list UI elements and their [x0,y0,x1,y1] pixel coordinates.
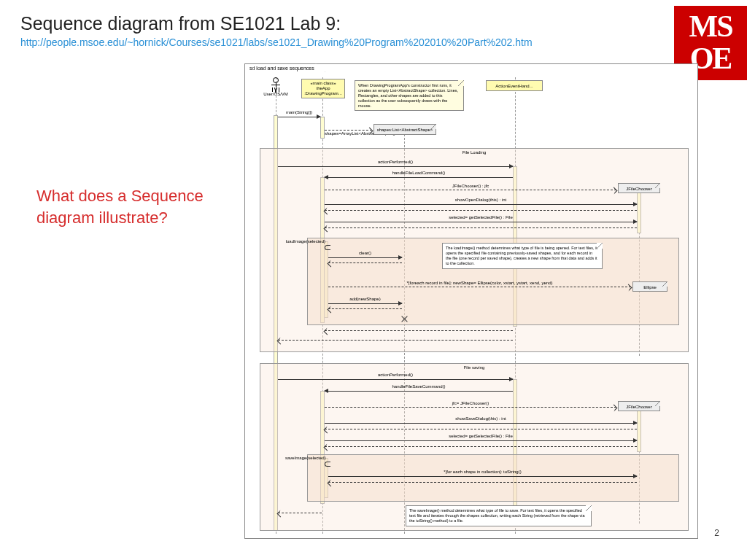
obj-jfc2: JFileChooser [618,401,660,411]
msg-label: clear() [328,251,402,255]
msg-label: actionPerformed() [278,373,513,377]
destroy-x1 [401,316,408,322]
participant-theapp: «main class» theApp :DrawingProgram... [301,79,345,98]
msg-ret1 [325,210,637,211]
frame-title: File saving [260,365,688,370]
msg-showopen: showOpenDialog(this) : int [325,204,637,205]
obj-shapes: shapes:List<AbstractShape> [374,124,436,135]
msg-label: actionPerformed() [278,160,513,164]
callout-question: What does a Sequence diagram illustrate? [36,185,226,228]
msg-ret9 [328,482,637,483]
msg-clear: clear() [328,257,402,258]
msg-label: main(String[]) [278,110,320,114]
msg-label: jfc= JFileChooser() [325,401,616,405]
msg-label: saveImage(selected) [285,456,325,460]
subframe-saveimage [307,454,679,502]
msg-ret6 [278,340,513,341]
msg-label: loadImage(selected) [285,239,325,244]
msg-self-loadimage: loadImage(selected) [325,245,330,250]
actor-icon: User/OS/VM [260,77,292,96]
msg-label: *[for each shape in collection]: toStrin… [328,470,637,474]
logo-top: MS [674,10,747,42]
frame-title: File Loading [260,150,688,155]
msg-ret8 [325,446,637,447]
note-saveimage: The saveImage() method determines what t… [406,505,592,526]
msg-label: selected= getSelectedFile() : File [325,215,637,219]
obj-jfc: JFileChooser [618,183,660,193]
msg-label: selected= getSelectedFile() : File [325,434,637,438]
msg-showsave: showSaveDialog(this) : int [325,423,637,424]
obj-name: theApp [304,86,342,91]
participant-handler: ActionEventHand... [486,80,543,91]
msg-label: JFileChooser() : jfc [325,184,616,188]
msg-getselected: selected= getSelectedFile() : File [325,222,637,222]
source-url[interactable]: http://people.msoe.edu/~hornick/Courses/… [20,36,533,48]
msg-handleload: handleFileLoadCommand() [325,177,513,178]
msg-ret10 [278,513,322,513]
stereotype: «main class» [304,81,342,86]
note-constructor: When DrawingProgramApp's constructor fir… [355,80,464,111]
msg-ret7 [325,429,637,429]
msg-create-jfc: JFileChooser() : jfc [325,190,616,190]
obj-class: :DrawingProgram... [304,91,342,96]
diagram-tab: sd load and save sequences [244,63,325,72]
msg-ret4 [328,308,402,309]
msg-ret2 [325,228,637,228]
msg-label: shapes=ArrayList<AbstractShape>() [325,131,372,136]
msg-ret3 [328,262,402,263]
msg-ret5 [325,330,513,331]
msg-actionperformed2: actionPerformed() [278,379,513,380]
msg-label: showSaveDialog(this) : int [325,416,637,421]
msg-create-ellipse: *[foreach record in file]: newShape= Ell… [328,287,631,287]
msg-main: main(String[]) [278,117,320,117]
msg-label: showOpenDialog(this) : int [325,198,637,202]
msg-add: add(newShape) [328,303,402,304]
page-number: 2 [714,528,719,538]
slide-title: Sequence diagram from SE1021 Lab 9: [20,13,341,34]
msg-label: add(newShape) [328,297,402,301]
msg-handlesave: handleFileSaveCommand() [325,391,513,392]
note-loadimage: The loadImage() method determines what t… [442,243,603,269]
msg-tostring: *[for each shape in collection]: toStrin… [328,476,637,477]
msg-create-jfc2: jfc= JFileChooser() [325,407,616,408]
msg-label: *[foreach record in file]: newShape= Ell… [328,281,631,285]
obj-ellipse: Ellipse [632,281,667,292]
msg-label: handleFileLoadCommand() [325,171,513,175]
msg-create-shapes: shapes=ArrayList<AbstractShape>() [325,130,372,131]
msg-self-saveimage: saveImage(selected) [325,462,330,467]
msg-getselected2: selected= getSelectedFile() : File [325,440,637,441]
msg-label: handleFileSaveCommand() [325,384,513,389]
msg-actionperformed: actionPerformed() [278,166,513,167]
sequence-diagram: sd load and save sequences User/OS/VM «m… [244,63,698,539]
